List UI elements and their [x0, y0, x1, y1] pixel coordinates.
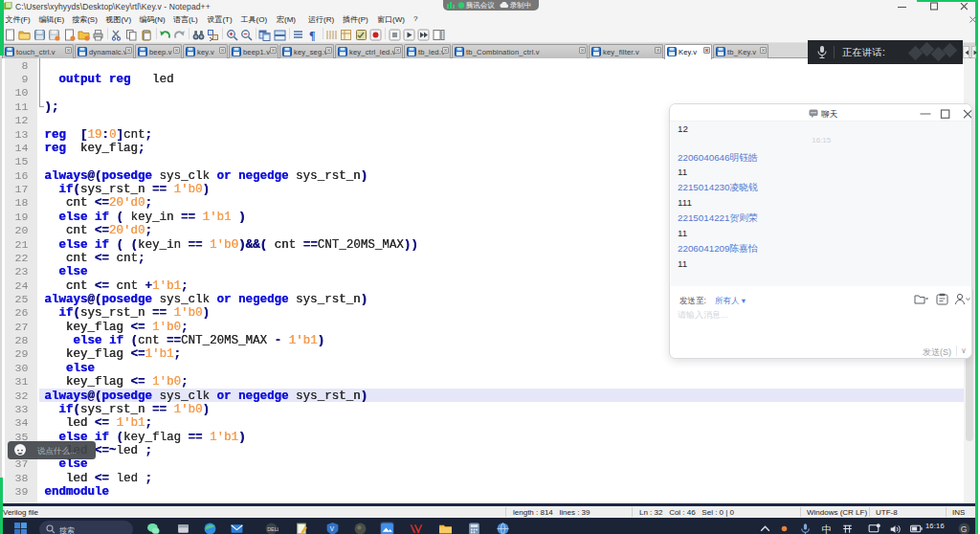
svg-text:V: V: [330, 525, 335, 532]
svg-text:¶: ¶: [309, 29, 315, 41]
svg-text:DELL: DELL: [267, 526, 278, 532]
svg-text:中: 中: [822, 523, 833, 534]
svg-text:G: G: [961, 523, 968, 533]
